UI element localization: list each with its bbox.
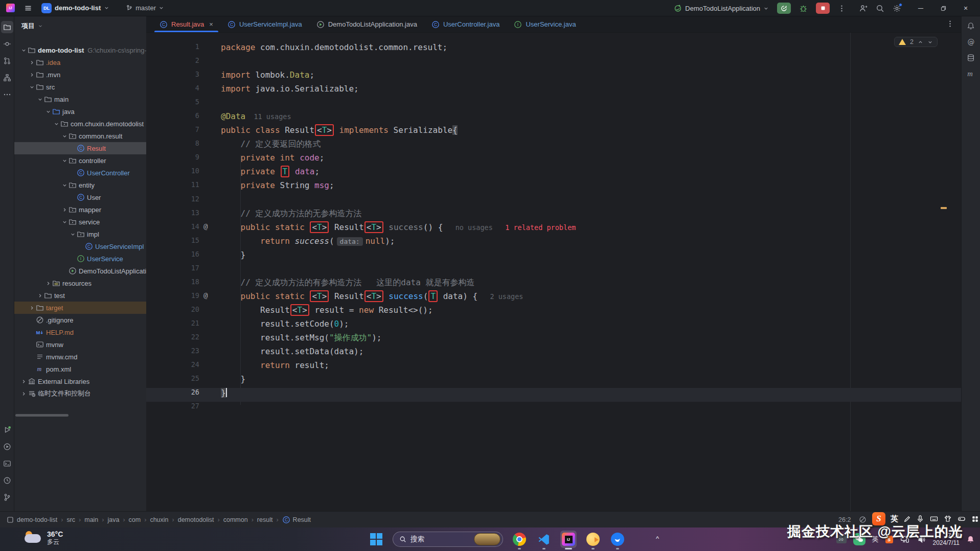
taskbar-search-input[interactable]: 搜索 [393,532,503,547]
ime-mic-icon[interactable] [916,515,924,523]
breadcrumb-demotodolist[interactable]: demotodolist [178,516,214,523]
tree-item-main[interactable]: main [14,93,146,105]
tree-item-mvnw[interactable]: mvnw [14,338,146,351]
chevron-down-icon[interactable] [60,133,69,139]
project-tree-hscrollbar[interactable] [15,414,69,417]
tree-item-result[interactable]: CResult [14,142,146,154]
chevron-right-icon[interactable] [36,293,44,299]
tree-item-mvnw-cmd[interactable]: mvnw.cmd [14,351,146,363]
run-configuration-selector[interactable]: DemoTodoListApplication [674,4,769,12]
chevron-down-icon[interactable] [38,24,43,29]
tree-item-gitignore[interactable]: .gitignore [14,314,146,326]
taskbar-wangwang-button[interactable] [585,531,601,548]
rerun-button[interactable] [777,3,791,14]
tree-item-java[interactable]: java [14,105,146,118]
chevron-right-icon[interactable] [28,305,36,311]
tree-item-test[interactable]: test [14,289,146,302]
breadcrumb-java[interactable]: java [107,516,119,523]
code-line-21[interactable]: 21 result.setCode(0); [146,319,961,333]
code-line-3[interactable]: 3import lombok.Data; [146,70,961,84]
tree-item-userservice[interactable]: IUserService [14,252,146,265]
tab-demotodolistapplication-java[interactable]: DemoTodoListApplication.java [309,16,424,32]
code-line-16[interactable]: 16 } [146,250,961,264]
tab-result-java[interactable]: CResult.java× [152,16,220,32]
code-line-20[interactable]: 20 Result<T> result = new Result<>(); [146,305,961,319]
ime-game-icon[interactable] [957,515,966,523]
code-line-1[interactable]: 1package com.chuxin.demotodolist.common.… [146,42,961,56]
chevron-right-icon[interactable] [28,72,36,78]
code-line-7[interactable]: 7public class Result<T> implements Seria… [146,125,961,139]
breadcrumb-main[interactable]: main [84,516,98,523]
tree-item-impl[interactable]: impl [14,228,146,240]
code-line-11[interactable]: 11 private String msg; [146,180,961,194]
start-button[interactable] [368,531,384,548]
stop-button[interactable] [816,3,830,14]
window-restore-button[interactable] [936,5,950,12]
tree-item-demotodolistapplication[interactable]: DemoTodoListApplication [14,265,146,277]
tree-item-临时文件和控制台[interactable]: 临时文件和控制台 [14,387,146,400]
search-everywhere-button[interactable] [876,4,884,13]
breadcrumb-common[interactable]: common [223,516,248,523]
tree-item-external-libraries[interactable]: External Libraries [14,375,146,387]
weather-widget[interactable]: 36°C 多云 [25,530,63,545]
stripe-more-button[interactable] [1,88,13,101]
tree-item-resources[interactable]: resources [14,277,146,289]
code-line-25[interactable]: 25 } [146,374,961,388]
code-line-2[interactable]: 2 [146,56,961,70]
tree-item-com-chuxin-demotodolist[interactable]: com.chuxin.demotodolist [14,118,146,130]
ime-pen-icon[interactable] [903,515,911,523]
next-problem-icon[interactable] [927,39,933,45]
code-with-me-button[interactable] [859,4,868,13]
code-line-19[interactable]: 19@ public static <T> Result<T> success(… [146,291,961,305]
chevron-right-icon[interactable] [60,207,69,213]
tab-options-icon[interactable] [946,20,954,28]
stripe-database-button[interactable] [965,52,977,64]
window-close-button[interactable]: × [959,4,973,12]
code-line-13[interactable]: 13 // 定义成功方法的无参构造方法 [146,209,961,222]
ime-toolbox-icon[interactable] [971,515,979,523]
taskbar-vscode-button[interactable] [536,531,552,548]
code-line-17[interactable]: 17 [146,264,961,278]
code-line-5[interactable]: 5 [146,98,961,111]
inspections-widget[interactable]: 2 [894,37,938,47]
chevron-down-icon[interactable] [36,97,44,102]
main-menu-icon[interactable] [24,4,32,12]
code-line-18[interactable]: 18 // 定义成功方法的有参构造方法 这里的data 就是有参构造 [146,278,961,291]
stripe-bell-button[interactable] [965,20,977,32]
prev-problem-icon[interactable] [918,39,923,45]
tree-item-controller[interactable]: controller [14,154,146,167]
code-line-14[interactable]: 14@ public static <T> Result<T> success(… [146,222,961,236]
vcs-branch-widget[interactable]: master [126,4,164,12]
chevron-down-icon[interactable] [60,158,69,164]
stripe-pull-requests-button[interactable] [1,55,13,67]
chevron-down-icon[interactable] [69,232,77,237]
tree-item-usercontroller[interactable]: CUserController [14,167,146,179]
code-line-23[interactable]: 23 result.setData(data); [146,347,961,360]
tree-item-pom-xml[interactable]: mpom.xml [14,363,146,375]
tree-item-common-result[interactable]: common.result [14,130,146,142]
tree-item-user[interactable]: CUser [14,191,146,203]
breadcrumb-result[interactable]: result [257,516,273,523]
chevron-down-icon[interactable] [60,182,69,188]
chevron-right-icon[interactable] [19,379,28,384]
chevron-down-icon[interactable] [44,109,52,114]
breadcrumb-result[interactable]: CResult [282,516,311,524]
chevron-down-icon[interactable] [52,121,60,127]
tab-userserviceimpl-java[interactable]: CUserServiceImpl.java [220,16,309,32]
tree-item-help-md[interactable]: MHELP.md [14,326,146,338]
ime-keyboard-icon[interactable] [929,515,939,523]
tree-item-service[interactable]: service [14,216,146,228]
debug-button[interactable] [799,4,808,13]
code-line-4[interactable]: 4import java.io.Serializable; [146,84,961,98]
more-actions-button[interactable] [838,5,846,12]
chevron-down-icon[interactable] [19,48,28,53]
ime-skin-icon[interactable] [944,515,952,523]
tree-item-mapper[interactable]: mapper [14,203,146,216]
tray-hidden-icons-button[interactable]: ^ [656,535,659,542]
stripe-structure-button[interactable] [1,72,13,84]
code-line-9[interactable]: 9 private int code; [146,153,961,167]
code-line-22[interactable]: 22 result.setMsg("操作成功"); [146,333,961,347]
chevron-right-icon[interactable] [44,281,52,286]
tab-close-icon[interactable]: × [209,20,213,28]
stripe-vcs-button[interactable] [1,491,13,503]
